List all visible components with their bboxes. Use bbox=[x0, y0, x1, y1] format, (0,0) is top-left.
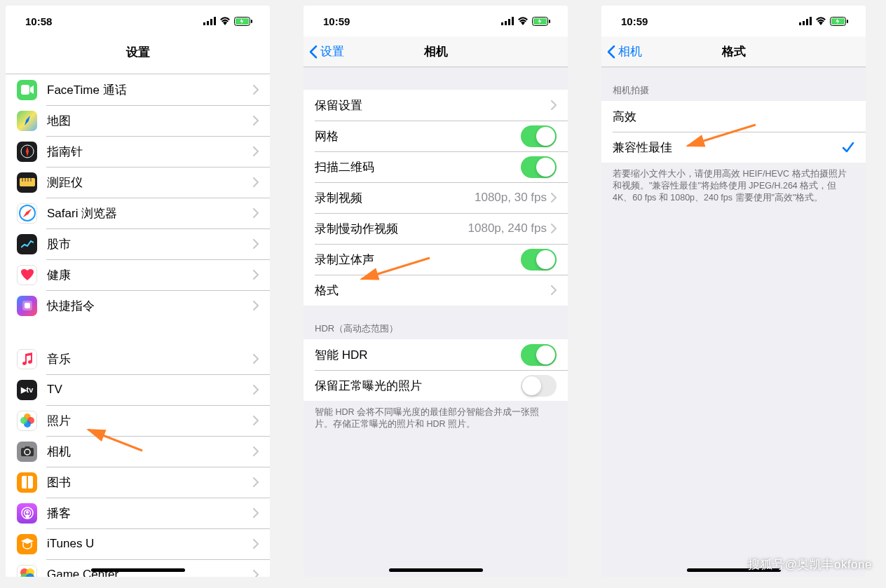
maps-icon bbox=[17, 111, 37, 131]
section-header-hdr: HDR（高动态范围） bbox=[304, 306, 568, 339]
chevron-right-icon bbox=[253, 270, 259, 280]
svg-rect-35 bbox=[505, 21, 507, 25]
format-content[interactable]: 相机拍摄 高效 兼容性最佳 若要缩小文件大小，请使用高效 HEIF/HEVC 格… bbox=[601, 67, 866, 577]
camera-row-0[interactable]: 保留设置 bbox=[304, 90, 568, 121]
camera-row-2[interactable]: 扫描二维码 bbox=[304, 151, 568, 182]
row-partial-top[interactable] bbox=[6, 67, 270, 74]
wifi-icon bbox=[815, 17, 826, 25]
stocks-icon bbox=[17, 234, 37, 254]
phone-format-settings: 10:59 相机 格式 相机拍摄 高效 兼容性最佳 若要缩小文件大小，请使用高效… bbox=[601, 6, 866, 577]
svg-rect-44 bbox=[806, 19, 808, 25]
toggle-1[interactable] bbox=[521, 125, 557, 147]
chevron-right-icon bbox=[253, 477, 259, 487]
home-indicator[interactable] bbox=[91, 568, 185, 572]
chevron-right-icon bbox=[253, 116, 259, 125]
shortcuts-icon bbox=[17, 296, 37, 316]
svg-point-27 bbox=[26, 511, 29, 514]
wifi-icon bbox=[219, 17, 231, 25]
safari-icon bbox=[17, 203, 37, 224]
svg-rect-37 bbox=[512, 17, 514, 25]
status-bar: 10:59 bbox=[304, 6, 568, 36]
svg-rect-9 bbox=[20, 178, 35, 186]
svg-rect-3 bbox=[214, 17, 216, 25]
settings-row-photos[interactable]: 照片 bbox=[6, 405, 270, 436]
checkmark-icon bbox=[842, 141, 854, 153]
svg-rect-43 bbox=[803, 21, 805, 25]
battery-icon bbox=[532, 17, 551, 26]
watermark: 搜狐号@奥凯丰okfone bbox=[748, 556, 872, 573]
row-label: Safari 浏览器 bbox=[47, 205, 253, 221]
svg-rect-36 bbox=[508, 19, 510, 25]
camera-content[interactable]: 保留设置 网格 扫描二维码 录制视频 1080p, 30 fps 录制慢动作视频… bbox=[304, 67, 568, 577]
chevron-left-icon bbox=[607, 45, 615, 59]
camera-row-1[interactable]: 网格 bbox=[304, 121, 568, 151]
settings-row-books[interactable]: 图书 bbox=[6, 467, 270, 498]
format-row-1[interactable]: 兼容性最佳 bbox=[601, 132, 866, 163]
back-button[interactable]: 相机 bbox=[607, 43, 642, 60]
settings-row-tv[interactable]: ▶tv TV bbox=[6, 374, 270, 405]
settings-row-music[interactable]: 音乐 bbox=[6, 343, 270, 374]
row-label: 智能 HDR bbox=[315, 347, 521, 363]
status-bar: 10:59 bbox=[601, 6, 866, 36]
chevron-right-icon bbox=[253, 177, 259, 187]
camera-group-1: 保留设置 网格 扫描二维码 录制视频 1080p, 30 fps 录制慢动作视频… bbox=[304, 90, 568, 306]
settings-row-facetime[interactable]: FaceTime 通话 bbox=[6, 74, 270, 105]
settings-row-health[interactable]: 健康 bbox=[6, 259, 270, 290]
camera-row-5[interactable]: 录制立体声 bbox=[304, 244, 568, 275]
status-icons bbox=[501, 17, 551, 26]
chevron-right-icon bbox=[551, 193, 557, 203]
settings-row-compass[interactable]: 指南针 bbox=[6, 136, 270, 167]
toggle-2[interactable] bbox=[521, 156, 557, 178]
settings-row-maps[interactable]: 地图 bbox=[6, 105, 270, 136]
back-label: 设置 bbox=[320, 43, 344, 60]
svg-rect-0 bbox=[203, 22, 205, 25]
svg-rect-42 bbox=[799, 22, 801, 25]
format-footer: 若要缩小文件大小，请使用高效 HEIF/HEVC 格式拍摄照片和视频。"兼容性最… bbox=[601, 163, 866, 215]
music-icon bbox=[17, 349, 37, 369]
settings-row-podcasts[interactable]: 播客 bbox=[6, 498, 270, 528]
chevron-right-icon bbox=[253, 539, 259, 549]
phone-camera-settings: 10:59 设置 相机 保留设置 网格 扫描二维码 录制视频 1080p, 30… bbox=[304, 6, 568, 577]
settings-row-camera[interactable]: 相机 bbox=[6, 436, 270, 467]
toggle-5[interactable] bbox=[521, 249, 557, 271]
toggle-1[interactable] bbox=[521, 375, 557, 397]
chevron-right-icon bbox=[551, 100, 557, 110]
svg-rect-34 bbox=[501, 22, 503, 25]
camera-row-3[interactable]: 录制视频 1080p, 30 fps bbox=[304, 182, 568, 213]
row-label: 扫描二维码 bbox=[315, 159, 521, 175]
camera-row-0[interactable]: 智能 HDR bbox=[304, 339, 568, 370]
chevron-right-icon bbox=[253, 508, 259, 518]
hdr-footer: 智能 HDR 会将不同曝光度的最佳部分智能合并成一张照片。存储正常曝光的照片和 … bbox=[304, 401, 568, 442]
chevron-right-icon bbox=[551, 224, 557, 233]
status-icons bbox=[203, 17, 253, 26]
toggle-0[interactable] bbox=[521, 344, 557, 366]
settings-row-stocks[interactable]: 股市 bbox=[6, 228, 270, 259]
format-row-0[interactable]: 高效 bbox=[601, 101, 866, 132]
camera-row-1[interactable]: 保留正常曝光的照片 bbox=[304, 370, 568, 401]
back-button[interactable]: 设置 bbox=[309, 43, 344, 60]
header: 设置 相机 bbox=[304, 36, 568, 67]
facetime-icon bbox=[17, 80, 37, 100]
settings-row-measure[interactable]: 测距仪 bbox=[6, 167, 270, 198]
settings-row-safari[interactable]: Safari 浏览器 bbox=[6, 198, 270, 228]
row-label: 兼容性最佳 bbox=[613, 139, 842, 156]
svg-rect-7 bbox=[21, 85, 29, 95]
camera-row-4[interactable]: 录制慢动作视频 1080p, 240 fps bbox=[304, 213, 568, 244]
tv-icon: ▶tv bbox=[17, 380, 37, 400]
podcasts-icon bbox=[17, 503, 37, 524]
svg-rect-48 bbox=[847, 20, 848, 23]
signal-icon bbox=[203, 17, 216, 25]
row-label: 健康 bbox=[47, 267, 253, 283]
settings-content[interactable]: FaceTime 通话 地图 指南针 测距仪 Safari 浏览器 股市 健康 … bbox=[6, 67, 270, 577]
row-label: TV bbox=[47, 383, 253, 397]
svg-rect-24 bbox=[27, 476, 28, 488]
settings-row-itunesu[interactable]: iTunes U bbox=[6, 528, 270, 559]
camera-row-6[interactable]: 格式 bbox=[304, 275, 568, 306]
settings-row-shortcuts[interactable]: 快捷指令 bbox=[6, 290, 270, 321]
row-label: FaceTime 通话 bbox=[47, 82, 253, 98]
chevron-right-icon bbox=[253, 146, 259, 156]
row-label: 保留正常曝光的照片 bbox=[315, 378, 521, 394]
row-label: 播客 bbox=[47, 505, 253, 521]
home-indicator[interactable] bbox=[389, 568, 483, 572]
svg-rect-6 bbox=[251, 20, 252, 23]
